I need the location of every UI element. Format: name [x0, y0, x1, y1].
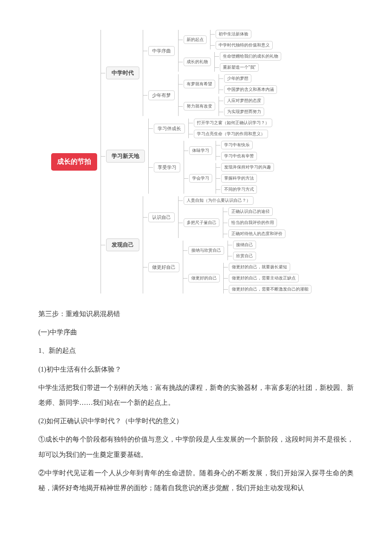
mindmap-container: 成长的节拍 中学时代 中学序曲 新的起点 初中生活新体验: [51, 30, 354, 293]
paragraph: ②中学时代见证着一个人从少年到青年的生命进阶。随着身心的不断发展，我们开始深入探…: [38, 465, 354, 495]
paragraph: 中学生活把我们带进一个别样的天地：富有挑战的课程，新奇的实验器材，丰富多彩的社团…: [38, 380, 354, 410]
step-heading: 第三步：重难知识易混易错: [38, 306, 354, 321]
leaf: 做更好的自己，需要主动改正缺点: [229, 274, 299, 282]
leaf: 不同的学习方式: [221, 185, 257, 194]
section-heading: (一)中学序曲: [38, 325, 354, 340]
node-growth-gift: 成长的礼物: [184, 58, 211, 66]
sub-heading: 1、新的起点: [38, 343, 354, 358]
node-middle-school-era: 中学时代: [106, 67, 139, 79]
question: (1)初中生活有什么新体验？: [38, 362, 354, 377]
leaf: 正确认识自己的途径: [228, 207, 273, 216]
node-better-self: 做更好自己: [148, 262, 179, 272]
leaf: 恰当的自我评价的作用: [228, 218, 277, 227]
node-have-dream: 有梦就有希望: [184, 80, 215, 88]
leaf: 打开学习之窗（如何正确认识学习？）: [194, 119, 272, 127]
level1-children: 中学时代 中学序曲 新的起点 初中生活新体验 中学时代独特的价值和意义: [101, 30, 311, 293]
leaf: 做更好的自己，需要不断激发自己的潜能: [229, 285, 311, 293]
leaf: 初中生活新体验: [216, 30, 251, 38]
node-be-better: 做更好的自己: [188, 274, 220, 282]
node-effort: 努力就有改变: [184, 102, 215, 110]
node-learn-to-learn: 学会学习: [189, 174, 212, 183]
node-accept-self: 接纳与欣赏自己: [188, 246, 224, 255]
leaf: 发现并保持对学习的兴趣: [221, 163, 274, 171]
leaf: 学习点亮生命（学习的作用和意义）: [194, 130, 268, 138]
node-taste-learn: 体味学习: [189, 146, 212, 155]
leaf: 掌握科学的方法: [221, 174, 257, 183]
leaf: 少年的梦想: [224, 74, 251, 83]
leaf: 生命馈赠给我们的成长的礼物: [220, 52, 281, 61]
leaf: 欣赏自己: [233, 252, 256, 260]
leaf: 做更好的自己，就要扬长避短: [229, 263, 290, 271]
paragraph: ①成长中的每个阶段都有独特的价值与意义，中学阶段是人生发展的一个新阶段，这段时间…: [38, 432, 354, 462]
node-enjoy-learn: 享受学习: [154, 163, 180, 172]
node-measure-self: 多把尺子量自己: [184, 218, 219, 227]
node-know-self: 认识自己: [148, 212, 175, 222]
leaf: 正确对待他人的态度和评价: [228, 230, 285, 238]
node-prelude: 中学序曲: [148, 46, 175, 56]
leaf: 接纳自己: [233, 241, 256, 249]
question: (2)如何正确认识中学时代？（中学时代的意义）: [38, 413, 354, 428]
leaf: 中学时代独特的价值和意义: [216, 41, 273, 49]
leaf: 学习中也有辛苦: [221, 152, 257, 160]
leaf: 重新塑造一个"我": [220, 63, 259, 72]
node-discover-self: 发现自己: [106, 238, 139, 251]
leaf: 学习中有快乐: [221, 141, 253, 149]
leaf: 中国梦的含义和基本内涵: [224, 85, 277, 94]
mindmap-root: 成长的节拍: [51, 153, 97, 171]
leaf: 人应对梦想的态度: [224, 96, 264, 105]
node-youth-dream: 少年有梦: [148, 90, 175, 100]
leaf: 人贵自知（为什么要认识自己？）: [184, 196, 254, 205]
leaf: 为实现梦想而努力: [224, 108, 264, 116]
node-learning-world: 学习新天地: [106, 150, 145, 163]
node-learn-grow: 学习伴成长: [154, 124, 185, 134]
node-new-start: 新的起点: [184, 35, 207, 44]
document-body: 第三步：重难知识易混易错 (一)中学序曲 1、新的起点 (1)初中生活有什么新体…: [38, 306, 354, 495]
